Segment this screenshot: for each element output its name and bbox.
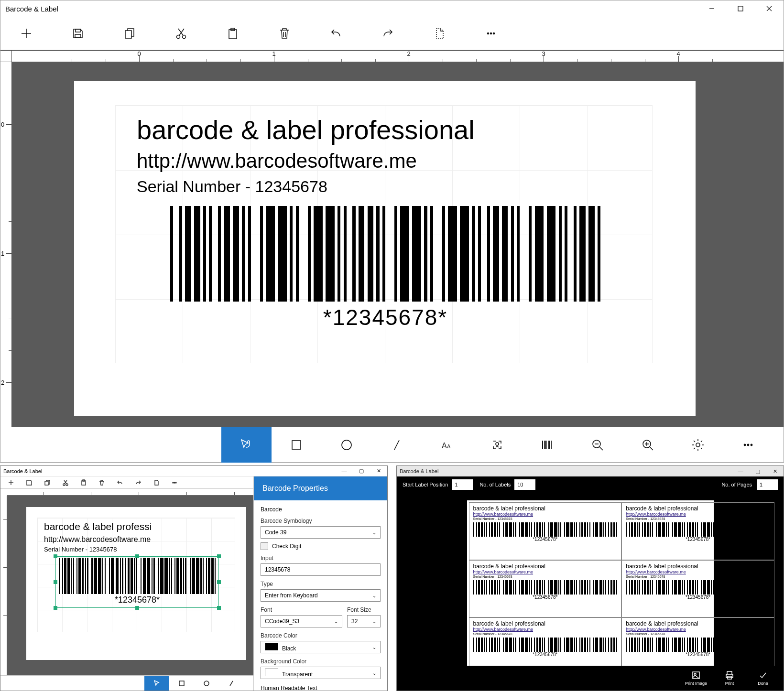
preview-window: Barcode & Label — ▢ ✕ Start Label Positi… [396,465,784,691]
num-pages-input[interactable] [757,479,778,490]
redo-button[interactable] [362,17,414,50]
copy-button[interactable] [104,17,155,50]
line-tool[interactable] [372,427,422,463]
props-circle-tool[interactable] [194,676,219,691]
preview-maximize-button[interactable]: ▢ [749,466,766,476]
barcode-element[interactable]: *12345678* [170,206,600,330]
select-tool[interactable] [221,427,272,463]
print-button[interactable]: Print [714,670,745,686]
props-barcode-bars-icon [59,558,216,594]
circle-tool[interactable] [322,427,372,463]
preview-canvas[interactable]: barcode & label professional http://www.… [397,493,784,666]
props-delete-button[interactable] [93,476,110,489]
svg-rect-6 [76,29,80,32]
window-title: Barcode & Label [5,5,58,13]
barcode-tool[interactable] [523,427,573,463]
props-select-tool[interactable] [144,676,169,691]
preview-label: barcode & label professional http://www.… [469,617,622,666]
human-readable-label: Human Readable Text [261,685,381,691]
svg-point-54 [175,482,176,483]
num-labels-input[interactable] [514,479,535,490]
vertical-ruler: 0 1 2 [0,62,12,427]
chevron-down-icon: ⌄ [372,619,376,624]
svg-point-9 [177,35,180,38]
design-area: 0 1 2 3 4 0 1 2 [0,50,784,427]
props-copy-button[interactable] [39,476,56,489]
check-digit-checkbox[interactable] [261,542,268,550]
svg-point-53 [174,482,175,483]
preview-minimize-button[interactable]: — [732,466,749,476]
props-close-button[interactable]: ✕ [370,466,387,476]
props-maximize-button[interactable]: ▢ [353,466,370,476]
done-button[interactable]: Done [747,670,779,686]
props-save-button[interactable] [21,476,38,489]
more-button[interactable] [465,17,517,50]
font-size-label: Font Size [347,606,381,613]
props-label-url[interactable]: http://www.barcodesoftware.me [44,535,151,544]
preview-titlebar: Barcode & Label — ▢ ✕ [397,466,784,476]
label-area[interactable]: barcode & label professional http://www.… [115,105,653,363]
props-label-area[interactable]: barcode & label professi http://www.barc… [37,518,235,632]
symbology-select[interactable]: Code 39⌄ [261,526,381,539]
props-more-button[interactable] [166,476,183,489]
rectangle-tool[interactable] [272,427,322,463]
preview-label: barcode & label professional http://www.… [621,617,774,666]
label-serial[interactable]: Serial Number - 12345678 [137,177,327,196]
preview-close-button[interactable]: ✕ [766,466,784,476]
props-barcode-selected[interactable]: *12345678* [55,556,219,608]
svg-rect-8 [125,31,131,38]
label-heading[interactable]: barcode & label professional [137,114,475,145]
document-button[interactable] [414,17,465,50]
chevron-down-icon: ⌄ [372,670,376,676]
new-button[interactable] [0,17,52,50]
svg-point-10 [183,35,186,38]
titlebar: Barcode & Label [0,0,784,17]
font-size-select[interactable]: 32⌄ [347,615,381,627]
zoom-in-tool[interactable] [623,427,673,463]
properties-panel: Barcode Properties Barcode Barcode Symbo… [253,476,387,691]
settings-tool[interactable] [673,427,723,463]
props-cut-button[interactable] [57,476,74,489]
label-url[interactable]: http://www.barcodesoftware.me [137,150,417,173]
image-tool[interactable] [472,427,523,463]
props-redo-button[interactable] [130,476,147,489]
canvas[interactable]: barcode & label professional http://www.… [12,62,784,427]
barcode-input-field[interactable]: 12345678 [261,563,381,576]
undo-button[interactable] [310,17,362,50]
props-line-tool[interactable] [219,676,244,691]
props-rect-tool[interactable] [169,676,194,691]
props-undo-button[interactable] [111,476,129,489]
symbology-label: Barcode Symbology [261,518,381,524]
svg-point-18 [490,32,492,34]
font-select[interactable]: CCode39_S3⌄ [261,615,342,627]
font-label: Font [261,606,342,613]
paste-button[interactable] [207,17,259,50]
zoom-out-tool[interactable] [573,427,623,463]
props-new-button[interactable] [2,476,20,489]
svg-line-33 [599,447,603,450]
barcode-color-select[interactable]: Black⌄ [261,641,381,653]
bg-color-select[interactable]: Transparent⌄ [261,667,381,679]
props-paste-button[interactable] [75,476,92,489]
type-select[interactable]: Enter from Keyboard⌄ [261,589,381,602]
delete-button[interactable] [259,17,310,50]
svg-point-42 [751,444,752,445]
props-doc-button[interactable] [148,476,165,489]
text-tool[interactable]: AA [422,427,472,463]
minimize-button[interactable] [697,0,726,17]
print-image-button[interactable]: Print Image [680,670,712,686]
maximize-button[interactable] [726,0,755,17]
props-minimize-button[interactable]: — [336,466,353,476]
props-label-serial[interactable]: Serial Number - 12345678 [44,546,117,553]
close-button[interactable] [755,0,784,17]
save-button[interactable] [52,17,104,50]
props-label-heading[interactable]: barcode & label professi [44,521,152,532]
svg-line-57 [230,681,233,686]
cut-button[interactable] [155,17,207,50]
more-tools[interactable] [723,427,773,463]
svg-line-36 [650,447,653,450]
props-barcode-text: *12345678* [59,595,216,605]
properties-panel-title: Barcode Properties [254,476,387,500]
props-section-label: Barcode [261,506,381,513]
start-label-pos-input[interactable] [452,479,473,490]
